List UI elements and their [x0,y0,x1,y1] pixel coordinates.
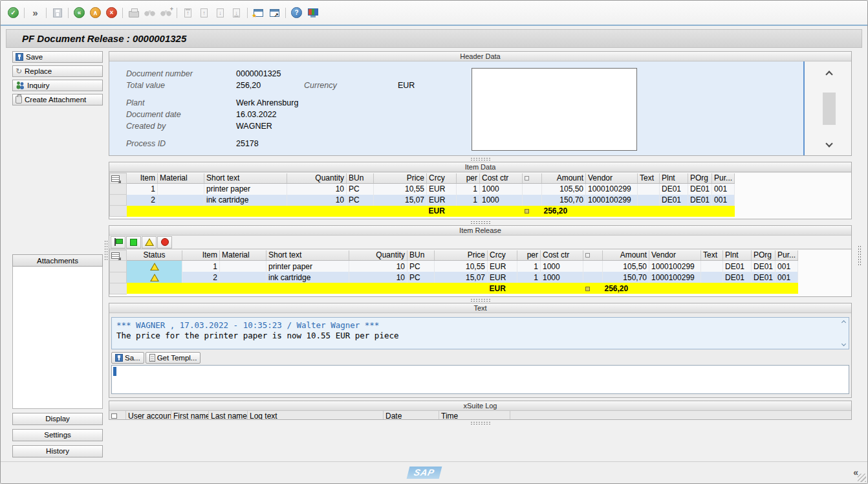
cell[interactable]: 2 [182,272,220,283]
header-field-value[interactable]: EUR [398,81,415,90]
cell[interactable]: 1000100299 [649,261,701,272]
cell[interactable]: ink cartridge [266,272,349,283]
red-circle-button[interactable] [157,236,172,248]
cell[interactable]: DE01 [723,261,752,272]
back-icon[interactable]: « [72,6,87,20]
sidebar-button-settings[interactable]: Settings [12,429,103,441]
save-text-button[interactable]: Sa... [111,352,144,364]
splitter-grip-icon[interactable] [470,298,491,302]
table-selection-header[interactable] [110,173,127,184]
header-field-value[interactable]: WAGNER [236,122,272,131]
cell[interactable]: PC [407,272,435,283]
splitter-grip-icon[interactable] [470,157,491,160]
cell[interactable]: EUR [488,261,517,272]
cell[interactable]: 10,55 [435,261,488,272]
cell[interactable]: 1000 [541,261,583,272]
previous-page-icon[interactable]: ↑ [197,6,212,20]
resize-grip-icon[interactable] [858,474,866,482]
cell[interactable]: 10 [287,195,347,206]
cell[interactable]: printer paper [204,184,287,195]
cell[interactable]: 150,70 [603,272,649,283]
row-selector[interactable] [110,184,127,195]
help-icon[interactable]: ? [289,6,304,20]
cell[interactable] [523,195,542,206]
splitter-grip-icon[interactable] [470,221,491,224]
cell[interactable]: DE01 [752,261,776,272]
column-header-Vendor[interactable]: Vendor [649,250,701,261]
column-header-BUn[interactable]: BUn [347,173,374,184]
cell[interactable] [583,261,603,272]
scroll-down-icon[interactable] [825,140,832,147]
column-header-Plnt[interactable]: Plnt [723,250,752,261]
scroll-down-icon[interactable] [841,341,846,346]
section-splitter[interactable] [109,156,852,162]
header-note-box[interactable] [472,68,637,151]
cell[interactable]: printer paper [266,261,349,272]
find-icon[interactable] [142,6,157,20]
sidebar-button-inquiry[interactable]: Inquiry [12,80,103,91]
column-header-Plnt[interactable]: Plnt [660,173,688,184]
cell[interactable]: DE01 [660,195,688,206]
get-template-button[interactable]: Get Templ... [146,352,201,364]
xsuite-column-header[interactable]: Time [439,411,510,419]
save-icon[interactable] [50,6,65,20]
column-header-per[interactable]: per [457,173,480,184]
cell[interactable] [701,261,723,272]
cell[interactable]: 150,70 [542,195,586,206]
cell[interactable]: DE01 [660,184,688,195]
last-page-icon[interactable]: ↓ [229,6,244,20]
right-splitter[interactable] [852,51,867,461]
status-cell[interactable] [127,261,182,272]
sidebar-button-display[interactable]: Display [12,413,103,425]
cell[interactable] [638,195,660,206]
column-header-Status[interactable]: Status [127,250,182,261]
cell[interactable]: 1000 [480,195,523,206]
status-cell[interactable] [127,272,182,283]
create-shortcut-icon[interactable] [267,6,282,20]
column-header-Crcy[interactable]: Crcy [427,173,457,184]
header-field-value[interactable]: 256,20 [236,81,304,90]
column-header-Amount[interactable]: Amount [542,173,586,184]
sidebar-button-history[interactable]: History [12,445,103,457]
cell[interactable]: 1000 [480,184,523,195]
column-header-Text[interactable]: Text [638,173,660,184]
column-header-POrg[interactable]: POrg [752,250,776,261]
scroll-up-icon[interactable] [825,71,832,78]
cell[interactable]: 1 [182,261,220,272]
column-header-Price[interactable]: Price [435,250,488,261]
column-header-Material[interactable]: Material [158,173,204,184]
xsuite-column-header[interactable]: Last name [209,411,248,419]
column-header-per[interactable]: per [517,250,541,261]
cell[interactable]: 10 [349,261,407,272]
cell[interactable] [220,272,266,283]
cell[interactable]: DE01 [688,195,712,206]
cell[interactable]: EUR [488,272,517,283]
column-header-Short text[interactable]: Short text [266,250,349,261]
header-field-value[interactable]: 25178 [236,139,259,148]
splitter-grip-icon[interactable] [470,421,491,424]
cell[interactable]: PC [407,261,435,272]
cell[interactable]: 1 [517,261,541,272]
text-input[interactable] [111,365,849,394]
table-selection-header[interactable] [110,250,127,261]
cell[interactable]: 10 [349,272,407,283]
cell[interactable]: 2 [127,195,158,206]
cell[interactable]: 10,55 [374,184,427,195]
print-icon[interactable] [126,6,141,20]
cell[interactable]: 105,50 [542,184,586,195]
cell[interactable]: DE01 [688,184,712,195]
cell[interactable] [583,272,603,283]
section-splitter[interactable] [109,297,852,303]
xsuite-column-header[interactable]: Log text [248,411,384,419]
column-header-Cost ctr[interactable]: Cost ctr [541,250,583,261]
next-page-icon[interactable]: ↓ [213,6,228,20]
cell[interactable]: 1 [127,184,158,195]
cell[interactable]: DE01 [723,272,752,283]
column-header-Price[interactable]: Price [374,173,427,184]
section-splitter[interactable] [109,420,852,426]
cell[interactable]: PC [347,195,374,206]
cell[interactable] [523,184,542,195]
column-header-Pur...[interactable]: Pur... [712,173,735,184]
attachments-panel[interactable] [12,267,103,409]
header-field-value[interactable]: 0000001325 [236,69,281,78]
